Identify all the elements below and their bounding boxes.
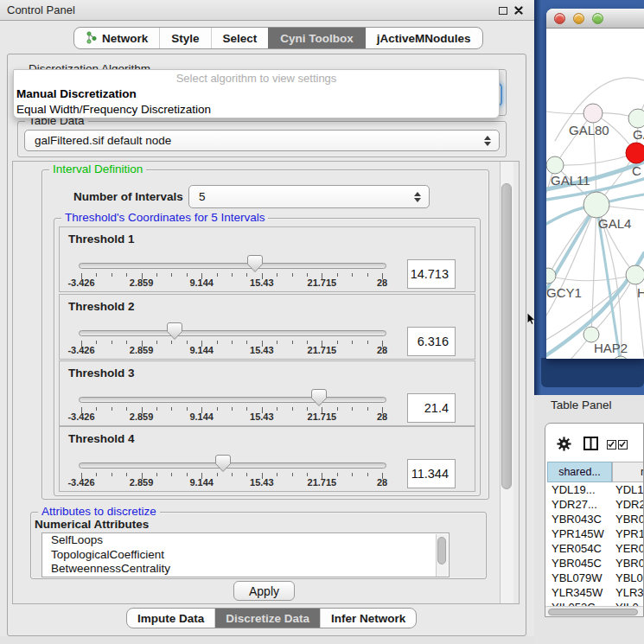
minor-tick [292,473,293,476]
threshold-panel-3: Threshold 3-3.4262.8599.14415.4321.71528 [59,360,475,426]
slider-track[interactable] [79,330,386,336]
apply-button[interactable]: Apply [233,581,295,601]
network-node-gal4[interactable] [583,192,609,218]
table-hscrollbar-thumb[interactable] [548,609,638,615]
network-window-titlebar[interactable] [546,9,644,29]
slider-track[interactable] [79,397,386,403]
number-of-intervals-combobox[interactable]: 5 [188,185,430,208]
attribute-item-betweennesscentrality[interactable]: BetweennessCentrality [42,562,449,577]
tab-impute-data[interactable]: Impute Data [127,609,214,628]
table-row[interactable]: YDR27...YDR2 [545,498,644,513]
minor-tick [246,273,247,277]
close-icon[interactable] [514,6,523,15]
slider-thumb[interactable] [167,322,182,340]
threshold-value-input[interactable] [407,259,456,289]
minimize-traffic-light-icon[interactable] [573,13,584,24]
threshold-value-input[interactable] [407,393,456,423]
tab-select[interactable]: Select [211,28,269,48]
slider-thumb[interactable] [247,255,263,272]
attributes-scrollbar-thumb[interactable] [437,537,446,564]
slider-thumb[interactable] [215,455,231,472]
table-row[interactable]: YDL19...YDL1 [545,483,644,498]
cell-name: YBR0 [615,513,644,526]
minor-tick [277,273,277,277]
threshold-panel-1: Threshold 1-3.4262.8599.14415.4321.71528 [59,226,475,292]
attribute-item-topologicalcoefficient[interactable]: TopologicalCoefficient [42,548,449,563]
table-row[interactable]: YPR145WYPR1 [545,527,644,542]
network-node-gal80[interactable] [583,104,603,123]
tick-label: 28 [377,411,387,422]
network-node[interactable] [613,356,628,359]
cell-name: YLR3 [615,586,644,599]
tab-label: Style [171,32,199,45]
node-label: GA [633,127,644,142]
control-panel-titlebar: Control Panel [0,0,534,21]
tick-label: 15.43 [250,345,274,355]
minor-tick [171,407,172,411]
minor-tick [112,473,112,476]
network-canvas[interactable]: GAL80GACGAL11GAL4GCY1HHAP2 [546,29,644,359]
table-row[interactable]: YBR043CYBR0 [545,513,644,527]
tab-style[interactable]: Style [159,28,210,48]
checkbox-icon[interactable] [618,440,628,450]
minor-tick [292,341,293,344]
table-row[interactable]: YBL079WYBL0 [545,571,644,586]
tick-label: 28 [377,345,387,355]
minor-tick [156,473,157,476]
tab-infer-network[interactable]: Infer Network [320,609,416,628]
slider-track[interactable] [79,263,386,269]
network-node-ga[interactable] [628,109,644,128]
gear-icon[interactable] [557,437,571,451]
cyni-mode-tab-bar: Impute DataDiscretize DataInfer Network [126,608,417,628]
slider-thumb[interactable] [311,389,327,406]
network-edge[interactable] [548,275,635,281]
table-data-combobox[interactable]: galFiltered.sif default node [24,130,500,151]
attributes-scrollbar-track[interactable] [436,534,448,577]
table-hscrollbar-track[interactable] [545,606,643,617]
close-traffic-light-icon[interactable] [554,13,565,24]
tab-network[interactable]: Network [74,28,159,48]
zoom-traffic-light-icon[interactable] [592,13,603,24]
numerical-attributes-label: Numerical Attributes [35,518,149,531]
tab-jactivemnodules[interactable]: jActiveMNodules [365,28,482,48]
tab-label: Network [102,32,148,45]
minor-tick [187,341,188,344]
dropdown-option-manual-discretization[interactable]: Manual Discretization [14,86,499,102]
numerical-attributes-list[interactable]: SelfLoopsTopologicalCoefficientBetweenne… [41,532,450,577]
float-window-icon[interactable] [499,7,507,15]
tick-label: 15.43 [250,277,274,288]
table-column-header-shared[interactable]: shared... [547,462,612,482]
checkbox-icon[interactable] [607,440,616,450]
threshold-label: Threshold 3 [68,367,135,379]
node-label: H [637,285,644,300]
settings-scrollbar-thumb[interactable] [501,183,512,489]
threshold-value-input[interactable] [407,459,456,488]
minor-tick [246,473,247,476]
network-node-h[interactable] [626,265,644,284]
tab-discretize-data[interactable]: Discretize Data [214,609,320,628]
table-column-header-name[interactable]: n [612,462,644,482]
minor-tick [352,473,353,476]
combo-arrows-icon [414,192,421,202]
table-row[interactable]: YLR345WYLR3 [545,586,644,601]
cell-name: YER0 [615,542,644,555]
tab-cyni-toolbox[interactable]: Cyni Toolbox [268,28,365,48]
interval-definition-group-title: Interval Definition [49,163,146,175]
threshold-value-input[interactable] [407,327,456,356]
network-node-c[interactable] [626,143,644,163]
control-panel-tab-bar: NetworkStyleSelectCyni ToolboxjActiveMNo… [73,27,483,49]
minor-tick [232,341,233,344]
cell-name: YBR0 [615,557,644,570]
table-row[interactable]: YER054CYER0 [545,542,644,557]
minor-tick [367,407,368,411]
network-node-gcy1[interactable] [546,268,556,284]
attribute-item-selfloops[interactable]: SelfLoops [42,533,449,548]
slider-track[interactable] [79,462,386,469]
cell-shared-name: YLR345W [552,586,603,599]
split-columns-icon[interactable] [583,437,598,450]
table-row[interactable]: YBR045CYBR0 [545,557,644,571]
dropdown-option-equal-width-frequency-discretization[interactable]: Equal Width/Frequency Discretization [14,102,499,118]
minor-tick [307,273,308,277]
thresholds-group-title: Threshold's Coordinates for 5 Intervals [61,211,268,224]
network-node-gal11[interactable] [546,156,564,174]
